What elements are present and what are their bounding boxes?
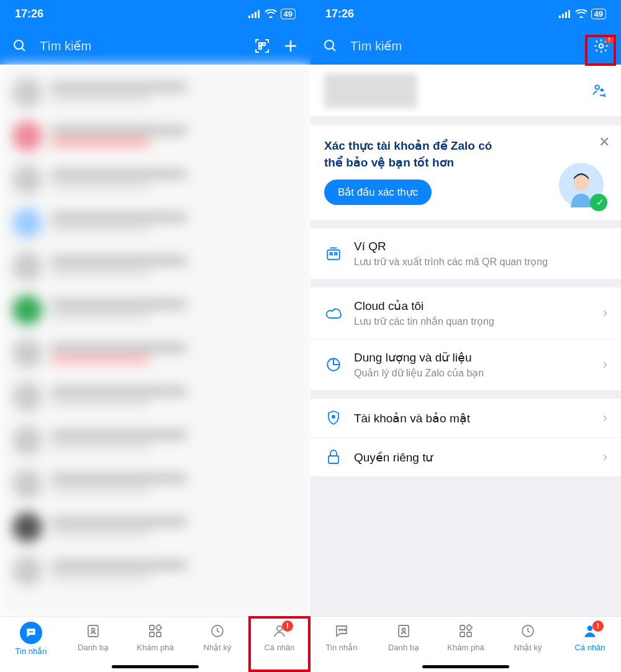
- svg-rect-22: [565, 12, 567, 18]
- row-title: Dung lượng và dữ liệu: [354, 350, 592, 365]
- alert-badge: !: [592, 620, 604, 632]
- message-list-blurred: [0, 65, 310, 616]
- tab-timeline[interactable]: Nhật ký: [186, 622, 248, 672]
- svg-rect-42: [467, 632, 471, 637]
- svg-point-36: [342, 629, 343, 630]
- tab-label: Nhật ký: [514, 643, 542, 652]
- settings-icon[interactable]: !: [592, 37, 610, 55]
- row-privacy[interactable]: Quyền riêng tư ›: [310, 438, 621, 476]
- lock-icon: [324, 449, 343, 465]
- svg-point-13: [92, 629, 95, 632]
- svg-rect-7: [263, 43, 265, 45]
- row-subtitle: Lưu trữ các tin nhắn quan trọng: [354, 316, 592, 327]
- search-icon[interactable]: [11, 37, 29, 55]
- cloud-icon: [324, 306, 343, 320]
- shield-icon: [324, 410, 343, 426]
- alert-badge: !: [282, 620, 293, 632]
- battery-level: 49: [281, 9, 296, 19]
- tab-discover[interactable]: Khám phá: [124, 622, 186, 672]
- tab-label: Cá nhân: [574, 643, 605, 652]
- svg-rect-30: [330, 253, 332, 255]
- status-time: 17:26: [15, 7, 43, 20]
- status-bar: 17:26 49: [0, 0, 310, 27]
- section-security: Tài khoản và bảo mật › Quyền riêng tư ›: [310, 399, 621, 476]
- bottom-nav: Tin nhắn Danh bạ Khám phá Nhật ký ! Cá: [0, 616, 310, 672]
- chevron-right-icon: ›: [603, 449, 607, 465]
- svg-rect-0: [248, 16, 250, 18]
- home-indicator: [422, 665, 509, 668]
- switch-account-icon[interactable]: [591, 83, 607, 99]
- row-title: Quyền riêng tư: [354, 450, 592, 465]
- svg-point-39: [402, 629, 406, 632]
- tab-label: Cá nhân: [264, 643, 294, 652]
- svg-rect-43: [466, 625, 473, 631]
- signal-icon: [248, 9, 261, 18]
- tab-label: Danh bạ: [78, 643, 109, 652]
- close-icon[interactable]: ✕: [599, 134, 610, 150]
- verify-avatar-icon: ✓: [559, 163, 604, 207]
- row-account-security[interactable]: Tài khoản và bảo mật ›: [310, 399, 621, 438]
- svg-rect-6: [259, 43, 261, 45]
- profile-body: Xác thực tài khoản để Zalo có thể bảo vệ…: [310, 65, 621, 616]
- tab-contacts[interactable]: Danh bạ: [62, 622, 124, 672]
- tab-label: Khám phá: [447, 643, 484, 652]
- svg-line-25: [332, 48, 335, 51]
- section-cloud-storage: Cloud của tôi Lưu trữ các tin nhắn quan …: [310, 288, 621, 390]
- wifi-icon: [575, 9, 587, 18]
- screen-messages: 17:26 49 Tìm kiếm: [0, 0, 310, 672]
- home-indicator: [112, 665, 199, 668]
- tab-messages[interactable]: Tin nhắn: [310, 622, 373, 672]
- svg-point-37: [344, 629, 345, 630]
- app-header: Tìm kiếm: [0, 27, 310, 65]
- svg-point-24: [325, 40, 333, 49]
- profile-row[interactable]: [310, 65, 621, 117]
- discover-icon: [146, 622, 165, 640]
- svg-rect-15: [150, 632, 154, 637]
- svg-rect-16: [156, 632, 161, 637]
- row-qr-wallet[interactable]: Ví QR Lưu trữ và xuất trình các mã QR qu…: [310, 229, 621, 279]
- row-storage-data[interactable]: Dung lượng và dữ liệu Quản lý dữ liệu Za…: [310, 339, 621, 390]
- search-input[interactable]: Tìm kiếm: [350, 39, 581, 53]
- app-header: Tìm kiếm !: [310, 27, 621, 65]
- svg-point-26: [599, 44, 604, 48]
- status-right: 49: [559, 9, 606, 19]
- tab-me[interactable]: ! Cá nhân: [248, 622, 310, 672]
- status-right: 49: [248, 9, 296, 19]
- svg-rect-2: [255, 12, 256, 18]
- tab-messages[interactable]: Tin nhắn: [0, 622, 62, 672]
- battery-level: 49: [591, 9, 606, 19]
- svg-point-4: [14, 40, 23, 49]
- qr-wallet-icon: [324, 246, 343, 262]
- tab-label: Nhật ký: [204, 643, 232, 652]
- search-icon[interactable]: [322, 37, 339, 55]
- tab-timeline[interactable]: Nhật ký: [497, 622, 559, 672]
- tab-discover[interactable]: Khám phá: [435, 622, 497, 672]
- chevron-right-icon: ›: [603, 356, 607, 373]
- tab-contacts[interactable]: Danh bạ: [373, 622, 435, 672]
- svg-rect-41: [460, 632, 465, 637]
- svg-line-5: [22, 48, 25, 51]
- verify-banner: Xác thực tài khoản để Zalo có thể bảo vệ…: [310, 125, 621, 220]
- chevron-right-icon: ›: [603, 305, 607, 321]
- chat-icon: [20, 622, 42, 644]
- status-bar: 17:26 49: [310, 0, 621, 27]
- search-input[interactable]: Tìm kiếm: [40, 39, 242, 53]
- svg-point-33: [332, 415, 335, 418]
- tab-me[interactable]: ! Cá nhân: [559, 622, 621, 672]
- qr-scan-icon[interactable]: [253, 37, 271, 55]
- row-title: Tài khoản và bảo mật: [354, 411, 592, 425]
- svg-rect-8: [259, 47, 261, 49]
- svg-point-19: [277, 626, 282, 631]
- add-icon[interactable]: [282, 37, 299, 55]
- tab-label: Danh bạ: [388, 643, 419, 652]
- svg-point-27: [596, 85, 600, 89]
- row-my-cloud[interactable]: Cloud của tôi Lưu trữ các tin nhắn quan …: [310, 288, 621, 339]
- verify-title: Xác thực tài khoản để Zalo có thể bảo vệ…: [324, 138, 510, 171]
- verify-button[interactable]: Bắt đầu xác thực: [324, 179, 432, 205]
- checkmark-icon: ✓: [596, 196, 604, 208]
- screen-profile: 17:26 49 Tìm kiếm ! Xác thực: [310, 0, 621, 672]
- svg-point-35: [339, 629, 340, 630]
- alert-badge: !: [605, 35, 614, 43]
- svg-rect-34: [329, 456, 338, 463]
- svg-rect-40: [460, 625, 465, 630]
